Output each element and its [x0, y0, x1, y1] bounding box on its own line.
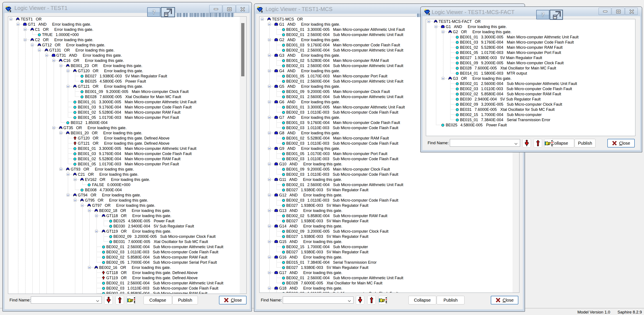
tree-item[interactable]: G17ANDError loading this gate.	[260, 270, 519, 275]
scrollbar-thumb[interactable]	[241, 23, 244, 76]
maximize-button[interactable]	[223, 5, 236, 13]
publish-button[interactable]: Publish	[172, 296, 198, 304]
tree-item[interactable]: BE002_16ORError loading this gate.	[8, 265, 246, 270]
tree-item[interactable]: BE001_013.3000E-005Main Micro-computer A…	[426, 34, 635, 40]
expand-toggle[interactable]	[31, 44, 34, 46]
expand-toggle[interactable]	[66, 85, 70, 88]
expand-toggle[interactable]	[268, 240, 271, 243]
expand-toggle[interactable]	[268, 38, 271, 41]
tree-item[interactable]: BE0254.5800E-005Power Fault	[8, 218, 246, 224]
tree-item[interactable]: BE002_093.2000E-005Sub Micro-computer Cl…	[260, 229, 519, 234]
tree-item[interactable]: GT120ORError loading this gate.	[8, 68, 246, 74]
tree-item[interactable]: BE0271.9380E-0035V Main Regulator Fault	[260, 187, 519, 192]
tree-item[interactable]: BE002_031.0110E-003Sub Micro-computer Co…	[260, 156, 519, 162]
tree-item[interactable]: TRUE1.0000E+000	[8, 32, 246, 37]
tree-item[interactable]: BE001_099.2000E-005Main Micro-computer C…	[8, 89, 246, 94]
tree-item[interactable]: BE0271.9380E-0035V Main Regulator Fault	[8, 74, 246, 79]
tree-item[interactable]: BE001_013.3000E-005Main Micro-computer A…	[8, 100, 246, 104]
tree-item[interactable]: GT121ORError loading this gate.	[8, 84, 246, 89]
expand-toggle[interactable]	[442, 30, 444, 33]
expand-toggle[interactable]	[95, 230, 98, 233]
tree-item[interactable]: G13ANDError loading this gate.	[260, 208, 519, 213]
tree-item[interactable]: BE015_017.3840E-004Serial Transmission E…	[260, 260, 519, 265]
tree-item[interactable]: BE0254.5800E-005Power Fault	[8, 79, 246, 84]
expand-toggle[interactable]	[268, 271, 271, 274]
tree-item[interactable]: FALSE0.0000E+000	[8, 182, 246, 187]
expand-toggle[interactable]	[434, 25, 437, 28]
find-name-combobox[interactable]	[450, 139, 520, 146]
expand-toggle[interactable]	[442, 77, 444, 80]
find-next-button[interactable]	[104, 296, 113, 304]
tree-item[interactable]: BE002_093.2000E-005Sub Micro-computer Cl…	[426, 102, 635, 107]
expand-toggle[interactable]	[45, 54, 48, 57]
tree-item[interactable]: BE001_039.1760E-004Main Micro-computer C…	[8, 151, 246, 156]
tree-item[interactable]: BE002_031.0110E-003Sub Micro-computer Co…	[8, 250, 246, 255]
expand-toggle[interactable]	[268, 85, 271, 88]
tree-item[interactable]: C21ORError loading this gate.	[8, 172, 246, 177]
tree-item[interactable]: BE0121.8500E-004	[8, 120, 246, 125]
tree-item[interactable]: G11ANDError loading this gate.	[260, 177, 519, 182]
find-previous-button[interactable]	[534, 139, 542, 148]
tree-item[interactable]: BE001_099.2000E-005Main Micro-computer C…	[260, 167, 519, 172]
expand-toggle[interactable]	[268, 287, 271, 290]
tree-item[interactable]: BE0271.9380E-0035V Main Regulator Fault	[426, 55, 635, 60]
find-next-button[interactable]	[356, 296, 364, 304]
tree-item[interactable]: BE015_017.3840E-004Serial Transmission E…	[426, 117, 635, 122]
goto-button[interactable]	[127, 296, 136, 304]
tree-item[interactable]: GT118ORError loading this gate. Defined …	[8, 270, 246, 275]
tree-item[interactable]: BE014_011.5800E-003MTR output	[426, 71, 635, 76]
detach-window-button[interactable]	[550, 10, 563, 20]
tree-item[interactable]: GT12ORError loading this gate.	[8, 42, 246, 48]
collapse-button[interactable]: Collapse	[144, 296, 172, 304]
tree-item[interactable]: BE001_039.1760E-004Main Micro-computer C…	[426, 40, 635, 45]
close-button[interactable]: Close	[219, 296, 246, 304]
tree-item[interactable]: G16ANDError loading this gate.	[260, 255, 519, 260]
expand-toggle[interactable]	[24, 38, 26, 41]
expand-toggle[interactable]	[268, 162, 271, 165]
close-button[interactable]: Close	[491, 296, 518, 304]
find-next-button[interactable]	[522, 139, 531, 148]
maximize-button[interactable]	[612, 8, 624, 15]
tree-item[interactable]: BE0317.6000E-005Xtal Oscillator for Sub …	[8, 239, 246, 244]
tree-item[interactable]: BE002_031.0110E-003Sub Micro-computer Co…	[260, 198, 519, 203]
expand-toggle[interactable]	[268, 178, 271, 181]
tree-item[interactable]: BE002_025.8580E-004Sub Micro-computer RA…	[8, 291, 246, 294]
tree-item[interactable]: BE001_20ORError loading this gate.	[8, 130, 246, 136]
expand-toggle[interactable]	[74, 178, 76, 181]
tree-item[interactable]: BE002_012.5600E-004Sub Micro-computer Al…	[8, 280, 246, 286]
expand-toggle[interactable]	[428, 20, 430, 23]
expand-toggle[interactable]	[88, 266, 91, 269]
tree-item[interactable]: G15ANDError loading this gate.	[260, 239, 519, 244]
tree-item[interactable]: GT97ORError loading this gate.	[8, 203, 246, 208]
expand-toggle[interactable]	[261, 18, 264, 20]
publish-button[interactable]: Publish	[437, 296, 464, 304]
tree-item[interactable]: BE002_093.2000E-005Sub Micro-computer Cl…	[8, 234, 246, 239]
expand-toggle[interactable]	[10, 18, 12, 20]
expand-toggle[interactable]	[268, 209, 271, 212]
tree-item[interactable]: GT120ORError loading this gate. Defined …	[8, 136, 246, 141]
tree-item[interactable]: BE002_025.8580E-004Sub Micro-computer RA…	[8, 255, 246, 260]
find-name-combobox[interactable]	[283, 296, 354, 304]
tree-item[interactable]: BE0271.9380E-0035V Main Regulator Fault	[260, 234, 519, 239]
tree-item[interactable]: BE001_099.2000E-005Main Micro-computer C…	[426, 60, 635, 66]
tree-item[interactable]: BE002_031.0110E-003Sub Micro-computer Co…	[260, 172, 519, 177]
tree-item[interactable]: GT1ANDError loading this gate.	[8, 22, 246, 27]
tree-item[interactable]: TEST1-MCS-FACTOR	[426, 19, 635, 24]
tree-item[interactable]: EV162ORError loading this gate.	[8, 177, 246, 182]
tree-item[interactable]: BE002_025.8580E-004Sub Micro-computer RA…	[260, 213, 519, 218]
tree-item[interactable]: BE002_031.0110E-003Sub Micro-computer Co…	[426, 86, 635, 92]
tree-item[interactable]: GT119ORError loading this gate. Defined …	[8, 275, 246, 280]
expand-toggle[interactable]	[60, 64, 62, 67]
tree-item[interactable]: BE001_013.3000E-005Main Micro-computer A…	[8, 146, 246, 151]
tree-item[interactable]: G10ANDError loading this gate.	[260, 162, 519, 167]
expand-toggle[interactable]	[52, 126, 55, 129]
expand-toggle[interactable]	[60, 168, 62, 170]
tree-item[interactable]: C2ORError loading this gate.	[8, 37, 246, 42]
tree-item[interactable]: BE002_051.7000E-004Sub Micro-computer Se…	[8, 260, 246, 265]
tree-item[interactable]: GT94ORError loading this gate.	[8, 192, 246, 198]
tree-item[interactable]: GT93ORError loading this gate.	[8, 167, 246, 172]
tree-item[interactable]: GT31ANDError loading this gate.	[8, 53, 246, 58]
tree-item[interactable]: BE0302.9400E-0045V Sub Regulator Fault	[8, 224, 246, 229]
expand-toggle[interactable]	[268, 116, 271, 119]
collapse-button[interactable]: Collapse	[408, 296, 436, 304]
